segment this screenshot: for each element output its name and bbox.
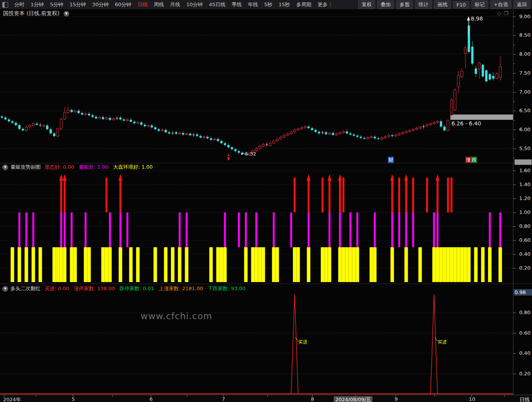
candle-down — [182, 133, 184, 135]
down-badge[interactable]: 跌 — [471, 157, 477, 163]
candle-down — [158, 129, 160, 131]
period-tab-10[interactable]: 45日线 — [206, 1, 229, 8]
candle-down — [81, 113, 83, 115]
axis-tick-mark — [513, 254, 516, 255]
chevron-down-icon[interactable]: ▼ — [2, 286, 8, 292]
toolbar-button-8[interactable]: 返回 — [513, 0, 530, 9]
period-tab-7[interactable]: 周线 — [151, 1, 167, 8]
toolbar-button-1[interactable]: 叠加 — [377, 0, 394, 9]
scrollbar-thumb[interactable] — [515, 159, 532, 165]
axis-tick-mark — [513, 82, 515, 83]
period-tab-11[interactable]: 季线 — [228, 1, 245, 8]
candle-up — [405, 132, 407, 133]
period-tab-12[interactable]: 年线 — [245, 1, 261, 8]
period-tab-1[interactable]: 1分钟 — [27, 1, 47, 8]
app-icon[interactable] — [2, 2, 8, 8]
toolbar-button-6[interactable]: 标记 — [471, 0, 488, 9]
period-tab-4[interactable]: 30分钟 — [89, 1, 112, 8]
buy-signal-spike — [291, 294, 298, 394]
period-tab-13[interactable]: 5秒 — [261, 1, 275, 8]
candle-up — [328, 133, 331, 134]
period-tab-3[interactable]: 15分钟 — [67, 1, 89, 8]
candle-down — [210, 138, 212, 140]
x-axis-tick — [504, 395, 505, 397]
axis-tick-mark — [513, 35, 516, 36]
toolbar-button-3[interactable]: 统计 — [415, 0, 432, 9]
toolbar-button-4[interactable]: 画线 — [434, 0, 451, 9]
period-corner-label[interactable]: 日线 — [520, 396, 530, 402]
period-tab-0[interactable]: 分时 — [11, 1, 27, 8]
candle-down — [391, 135, 393, 136]
toolbar-button-7[interactable]: +自选 — [490, 0, 511, 9]
candle-up — [137, 122, 139, 123]
x-axis-tick — [36, 395, 36, 397]
yellow-bar — [307, 247, 311, 282]
yellow-bar — [129, 247, 133, 282]
panel3-header: ▼ 多头二次翻红 买进: 0.00涨停家数: 138.00跌停家数: 0.01上… — [2, 285, 250, 292]
candle-down — [224, 143, 226, 145]
red-bar — [339, 179, 341, 212]
up-badge[interactable]: 涨 — [465, 157, 471, 163]
arrow-up-icon — [328, 174, 331, 181]
chevron-down-icon[interactable]: ▼ — [2, 164, 8, 170]
panel2-stats: 形态好: 0.00量能足: 1.00大盘环境好: 1.00 — [45, 164, 157, 171]
candle-down — [332, 133, 334, 135]
candle-down — [50, 129, 52, 133]
toolbar-button-5[interactable]: F10 — [453, 1, 469, 9]
period-tab-2[interactable]: 5分钟 — [47, 1, 66, 8]
red-bar — [426, 178, 428, 212]
red-bar — [308, 179, 310, 212]
candle-up — [203, 137, 205, 138]
magenta-bar — [499, 212, 501, 247]
candle-down — [227, 145, 230, 147]
period-tab-9[interactable]: 10分钟 — [183, 1, 206, 8]
period-tabs: 分时1分钟5分钟15分钟30分钟60分钟日线周线月线10分钟45日线季线年线5秒… — [11, 1, 337, 8]
candle-down — [11, 121, 14, 123]
yellow-bar — [70, 247, 74, 282]
finance-badge[interactable]: 财 — [388, 157, 394, 163]
yellow-bar — [32, 247, 35, 282]
axis-tick-mark — [513, 149, 516, 149]
toolbar-button-0[interactable]: 复权 — [358, 0, 375, 9]
yellow-bar — [11, 247, 14, 282]
candle-up — [408, 130, 411, 132]
x-axis-tick — [4, 395, 4, 397]
candle-up — [297, 129, 299, 130]
buy-signal-label: 买进 — [438, 339, 447, 346]
candle-down — [377, 138, 379, 139]
candle-up — [395, 135, 397, 136]
yellow-bar — [499, 247, 502, 282]
indicator-stat-2: 跌停家数: 0.01 — [119, 286, 154, 291]
yellow-bar — [391, 247, 394, 282]
magenta-bar — [109, 212, 111, 247]
candle-down — [234, 149, 237, 151]
candle-up — [63, 113, 66, 119]
chevron-down-icon[interactable]: ▼ — [63, 11, 69, 17]
period-tab-6[interactable]: 日线 — [134, 1, 151, 8]
x-axis-tick — [471, 395, 472, 397]
period-tab-15[interactable]: 多周期 — [293, 1, 314, 8]
toolbar-button-2[interactable]: 多股 — [396, 0, 413, 9]
red-bar — [343, 178, 345, 212]
axis-tick-mark — [513, 185, 516, 185]
x-axis-label: 10 — [469, 396, 475, 402]
trading-app-window: 分时1分钟5分钟15分钟30分钟60分钟日线周线月线10分钟45日线季线年线5秒… — [0, 0, 532, 402]
yellow-bar — [481, 247, 485, 282]
period-tab-16[interactable]: 更多 〉 — [314, 1, 337, 8]
period-tab-14[interactable]: 15秒 — [276, 1, 293, 8]
candle-down — [36, 123, 38, 125]
yellow-bar — [63, 247, 67, 282]
indicator-stat-4: 下跌家数: 93.00 — [208, 286, 245, 291]
candle-down — [123, 120, 125, 121]
x-axis-label: 8 — [311, 396, 314, 402]
candle-down — [196, 135, 198, 136]
buy-label-tick — [435, 337, 438, 341]
yellow-bar — [262, 247, 265, 282]
period-tab-8[interactable]: 月线 — [167, 1, 183, 8]
period-tab-5[interactable]: 60分钟 — [112, 1, 135, 8]
axis-tick-label: 6.50 — [519, 108, 530, 113]
candle-up — [185, 134, 188, 135]
candle-up — [450, 100, 453, 115]
x-axis-label: 6 — [149, 396, 153, 402]
peak-price-annotation: 8.98 — [471, 15, 483, 22]
